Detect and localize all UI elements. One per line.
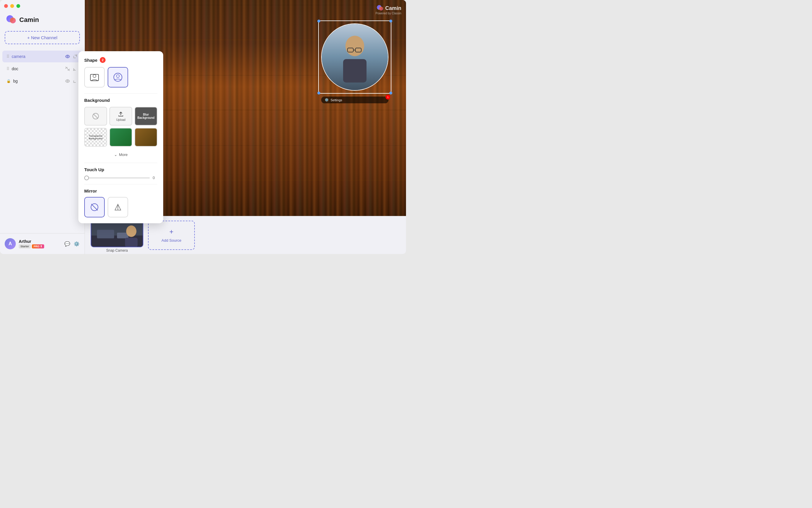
background-options: Upload BlurBackground TransparentBackgro… bbox=[84, 107, 157, 146]
sidebar-item-bg[interactable]: 🔒 bg bbox=[2, 75, 82, 87]
more-label: More bbox=[119, 153, 128, 157]
svg-rect-19 bbox=[97, 230, 115, 238]
transparent-bg-label: TransparentBackground bbox=[89, 135, 103, 140]
touch-up-slider-thumb[interactable] bbox=[84, 176, 89, 180]
watermark: Camin Powered by Classin bbox=[375, 5, 401, 15]
camera-settings-popup: Shape 2 Background bbox=[78, 51, 163, 223]
svg-point-1 bbox=[10, 17, 16, 24]
svg-point-4 bbox=[67, 81, 69, 82]
svg-point-21 bbox=[126, 225, 136, 237]
touch-up-slider-track bbox=[84, 177, 150, 178]
lock-icon-bg: 🔒 bbox=[6, 79, 11, 83]
svg-point-25 bbox=[114, 73, 122, 81]
user-avatar: A bbox=[5, 238, 16, 249]
touch-up-slider-row: 0 bbox=[84, 176, 157, 180]
camera-feed bbox=[322, 24, 388, 90]
section-divider-3 bbox=[84, 184, 157, 184]
bg-item-label: bg bbox=[13, 79, 62, 83]
settings-gear-icon: ⚙️ bbox=[325, 98, 329, 102]
touch-up-label: Touch Up bbox=[84, 167, 157, 172]
settings-notification-badge: 1 bbox=[386, 95, 390, 99]
svg-line-30 bbox=[91, 204, 98, 210]
settings-icon[interactable]: ⚙️ bbox=[74, 241, 80, 247]
drag-handle-doc: ⠿ bbox=[6, 67, 9, 71]
doc-item-label: doc bbox=[12, 67, 62, 71]
bg-item-icons bbox=[64, 78, 78, 84]
new-channel-label: + New Channel bbox=[27, 35, 57, 40]
more-button[interactable]: ⌄ More bbox=[84, 151, 157, 159]
svg-rect-22 bbox=[125, 238, 137, 247]
logo-icon bbox=[6, 15, 16, 25]
footer-icons: 💬 ⚙️ bbox=[64, 241, 80, 247]
chevron-down-icon: ⌄ bbox=[114, 153, 117, 157]
camera-frame bbox=[321, 24, 389, 91]
svg-point-24 bbox=[93, 75, 96, 78]
user-badges: Starter PRO ⬆ bbox=[19, 244, 61, 248]
background-section-title: Background bbox=[84, 98, 157, 103]
camera-visibility-icon[interactable] bbox=[64, 53, 71, 59]
svg-point-26 bbox=[117, 75, 119, 78]
drag-handle-camera: ⠿ bbox=[6, 54, 9, 59]
doc-item-icons bbox=[64, 66, 78, 72]
watermark-logo: Camin bbox=[376, 5, 401, 12]
camera-settings-badge[interactable]: ⚙️ Settings 1 bbox=[321, 96, 389, 103]
sidebar-footer: A Arthur Starter PRO ⬆ 💬 ⚙️ bbox=[0, 233, 85, 254]
new-channel-button[interactable]: + New Channel bbox=[5, 31, 80, 44]
add-source-label: Add Source bbox=[162, 238, 181, 243]
mirror-label: Mirror bbox=[84, 188, 157, 194]
sidebar-item-doc[interactable]: ⠿ doc bbox=[2, 63, 82, 75]
badge-pro: PRO ⬆ bbox=[32, 244, 44, 248]
camera-expand-icon[interactable] bbox=[72, 53, 78, 59]
chat-icon[interactable]: 💬 bbox=[64, 241, 71, 247]
svg-line-28 bbox=[93, 114, 98, 119]
camera-item-icons bbox=[64, 53, 78, 59]
camera-item-label: camera bbox=[12, 54, 62, 59]
shape-circle[interactable] bbox=[108, 67, 128, 87]
shape-rectangle[interactable] bbox=[84, 67, 105, 87]
app-title: Camin bbox=[19, 16, 39, 24]
svg-point-6 bbox=[379, 7, 383, 10]
user-info: Arthur Starter PRO ⬆ bbox=[19, 239, 61, 248]
watermark-title: Camin bbox=[385, 5, 401, 11]
doc-visibility-icon[interactable] bbox=[64, 66, 71, 72]
blur-bg-label: BlurBackground bbox=[137, 113, 154, 119]
bg-option-upload[interactable]: Upload bbox=[109, 107, 132, 126]
bg-option-bg2[interactable] bbox=[109, 128, 132, 146]
watermark-sub: Powered by Classin bbox=[375, 12, 401, 15]
bg-expand-icon[interactable] bbox=[72, 78, 78, 84]
shape-options bbox=[84, 67, 157, 87]
title-bar bbox=[0, 0, 85, 12]
bg-option-blur[interactable]: BlurBackground bbox=[135, 107, 157, 126]
mirror-option-horizontal[interactable] bbox=[108, 197, 128, 217]
add-source-plus-icon: + bbox=[169, 228, 174, 236]
sidebar: Camin + New Channel ⠿ camera bbox=[0, 0, 85, 254]
snap-camera-label: Snap Camera bbox=[91, 248, 143, 253]
sidebar-item-camera[interactable]: ⠿ camera bbox=[2, 51, 82, 62]
bg-option-transparent[interactable]: TransparentBackground bbox=[84, 128, 107, 146]
add-source-button[interactable]: + Add Source bbox=[148, 221, 195, 250]
shape-label: Shape bbox=[84, 58, 97, 62]
svg-point-2 bbox=[67, 56, 69, 57]
svg-rect-11 bbox=[343, 59, 366, 83]
section-divider-2 bbox=[84, 163, 157, 163]
bg-visibility-icon[interactable] bbox=[64, 78, 71, 84]
bg-option-bg3[interactable] bbox=[135, 128, 157, 146]
close-button[interactable] bbox=[4, 4, 8, 8]
badge-starter: Starter bbox=[19, 244, 31, 248]
maximize-button[interactable] bbox=[16, 4, 20, 8]
section-divider-1 bbox=[84, 93, 157, 94]
bg-option-none[interactable] bbox=[84, 107, 107, 126]
upload-label: Upload bbox=[116, 118, 126, 121]
background-label: Background bbox=[84, 98, 110, 103]
doc-expand-icon[interactable] bbox=[72, 66, 78, 72]
settings-label: Settings bbox=[330, 98, 342, 102]
touch-up-value: 0 bbox=[153, 176, 157, 180]
mirror-option-none[interactable] bbox=[84, 197, 105, 217]
svg-point-7 bbox=[346, 36, 364, 56]
camera-overlay: ⚙️ Settings 1 bbox=[321, 24, 389, 91]
minimize-button[interactable] bbox=[10, 4, 14, 8]
shape-badge-count: 2 bbox=[100, 57, 105, 63]
shape-section-title: Shape 2 bbox=[84, 57, 157, 63]
user-name: Arthur bbox=[19, 239, 61, 244]
mirror-options bbox=[84, 197, 157, 217]
